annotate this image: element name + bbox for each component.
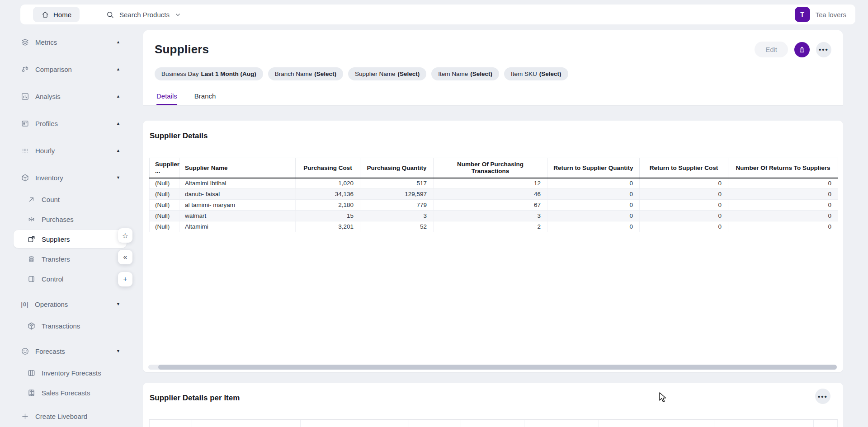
scale-icon <box>21 65 29 74</box>
column-header[interactable]: Purchasing Cost <box>296 158 360 178</box>
supplier-details-per-item-table-header <box>149 419 838 427</box>
table-cell: 2,180 <box>296 200 360 211</box>
expand-arrow-icon[interactable]: ▼ <box>116 349 120 353</box>
sidebar-item-sales-forecasts[interactable]: Sales Forecasts <box>14 384 127 402</box>
sidebar-item-transactions[interactable]: Transactions <box>14 317 127 335</box>
home-button[interactable]: Home <box>33 7 80 22</box>
filter-chip-value: (Select) <box>539 70 561 77</box>
sidebar-item-operations[interactable]: |0|Operations▼ <box>14 295 127 313</box>
table-cell: 3,201 <box>296 221 360 232</box>
filter-chip-label: Business Day <box>161 70 199 77</box>
favorite-button[interactable]: ☆ <box>118 228 132 243</box>
sidebar-item-create-liveboard[interactable]: Create Liveboard <box>14 407 127 425</box>
sidebar-item-profiles[interactable]: Profiles▲ <box>14 114 127 132</box>
table-cell: 3 <box>360 211 434 221</box>
table-row[interactable]: (Null)walmart1533000 <box>150 211 838 221</box>
filter-chip-label: Item Name <box>438 70 468 77</box>
sidebar-item-control[interactable]: Control <box>14 270 127 288</box>
tab-details[interactable]: Details <box>156 92 177 105</box>
expand-arrow-icon[interactable]: ▼ <box>116 175 120 180</box>
id-card-icon <box>21 119 29 128</box>
add-button[interactable]: + <box>118 272 132 286</box>
tile-more-button[interactable]: ••• <box>815 389 830 404</box>
merge-icon <box>27 215 36 224</box>
table-cell: (Null) <box>150 200 179 211</box>
tab-branch[interactable]: Branch <box>194 92 216 105</box>
table-cell: 1,020 <box>296 178 360 189</box>
sidebar-item-label: Create Liveboard <box>35 413 87 420</box>
search-products-control[interactable]: Search Products <box>106 10 181 19</box>
sidebar-item-transfers[interactable]: Transfers <box>14 250 127 268</box>
filter-chip-label: Supplier Name <box>355 70 395 77</box>
sidebar-item-count[interactable]: Count <box>14 190 127 208</box>
sidebar: Metrics▲Comparison▲Analysis▲Profiles▲Hou… <box>14 30 134 427</box>
column-header[interactable]: Return to Supplier Cost <box>640 158 728 178</box>
sidebar-item-metrics[interactable]: Metrics▲ <box>14 33 127 51</box>
sidebar-item-label: Forecasts <box>35 347 65 355</box>
header-divider <box>143 105 843 106</box>
collapse-arrow-icon[interactable]: ▲ <box>116 121 120 126</box>
sidebar-item-label: Purchases <box>42 216 74 223</box>
collapse-arrow-icon[interactable]: ▲ <box>116 67 120 71</box>
share-button[interactable] <box>794 42 810 57</box>
filter-chip-item-name[interactable]: Item Name(Select) <box>431 67 499 80</box>
column-header[interactable]: Return to Supplier Quantity <box>547 158 640 178</box>
supplier-details-per-item-title: Supplier Details per Item <box>150 394 240 403</box>
sidebar-item-hourly[interactable]: Hourly▲ <box>14 141 127 160</box>
column-header-cell <box>599 420 714 427</box>
sidebar-item-purchases[interactable]: Purchases <box>14 210 127 228</box>
filter-chip-value: (Select) <box>397 70 420 77</box>
sidebar-item-suppliers[interactable]: Suppliers <box>14 230 127 248</box>
column-header[interactable]: Number Of Purchasing Transactions <box>434 158 547 178</box>
table-cell: (Null) <box>150 189 179 200</box>
collapse-sidebar-button[interactable]: « <box>118 250 132 264</box>
collapse-arrow-icon[interactable]: ▲ <box>116 40 120 44</box>
page-title: Suppliers <box>155 42 209 56</box>
table-row[interactable]: (Null)Altamimi Ibtihal1,02051712000 <box>150 178 838 189</box>
sidebar-item-label: Count <box>42 196 60 203</box>
sidebar-item-inventory[interactable]: Inventory▼ <box>14 169 127 187</box>
collapse-arrow-icon[interactable]: ▲ <box>116 94 120 99</box>
table-cell: Altamimi <box>179 221 296 232</box>
table-cell: 0 <box>640 200 728 211</box>
table-cell: 3 <box>434 211 547 221</box>
plus-icon <box>21 412 29 421</box>
expand-arrow-icon[interactable]: ▼ <box>116 302 120 306</box>
sidebar-item-label: Operations <box>35 300 68 308</box>
filter-chip-business-day[interactable]: Business DayLast 1 Month (Aug) <box>155 67 263 80</box>
filter-chip-value: (Select) <box>470 70 492 77</box>
horizontal-scrollbar-thumb[interactable] <box>158 365 837 370</box>
smiley-icon <box>21 347 29 356</box>
table-cell: 0 <box>547 189 640 200</box>
filter-chip-item-sku[interactable]: Item SKU(Select) <box>504 67 568 80</box>
column-header[interactable]: Purchasing Quantity <box>360 158 434 178</box>
edit-button[interactable]: Edit <box>755 42 788 57</box>
table-cell: 34,136 <box>296 189 360 200</box>
filter-chip-branch-name[interactable]: Branch Name(Select) <box>268 67 343 80</box>
table-row[interactable]: (Null)al tamimi- maryam2,18077967000 <box>150 200 838 211</box>
filter-chip-supplier-name[interactable]: Supplier Name(Select) <box>348 67 426 80</box>
sidebar-item-analysis[interactable]: Analysis▲ <box>14 87 127 105</box>
bar-chart-icon <box>21 92 29 101</box>
table-cell: Altamimi Ibtihal <box>179 178 296 189</box>
table-row[interactable]: (Null)danub- faisal34,136129,59746000 <box>150 189 838 200</box>
filter-chip-label: Item SKU <box>511 70 537 77</box>
avatar[interactable]: T <box>795 7 810 22</box>
sidebar-item-label: Sales Forecasts <box>42 389 90 397</box>
table-cell: 67 <box>434 200 547 211</box>
column-header[interactable]: Supplier ... <box>150 158 179 178</box>
collapse-arrow-icon[interactable]: ▲ <box>116 148 120 153</box>
sidebar-item-forecasts[interactable]: Forecasts▼ <box>14 342 127 360</box>
column-header[interactable]: Number Of Returns To Suppliers <box>728 158 838 178</box>
horizontal-scrollbar[interactable] <box>148 365 837 370</box>
sidebar-item-comparison[interactable]: Comparison▲ <box>14 60 127 78</box>
column-header[interactable]: Supplier Name <box>179 158 296 178</box>
liveboard-more-button[interactable]: ••• <box>816 42 831 57</box>
sidebar-item-inventory-forecasts[interactable]: Inventory Forecasts <box>14 364 127 382</box>
table-cell: 15 <box>296 211 360 221</box>
panel-icon <box>27 275 36 283</box>
home-label: Home <box>53 11 71 19</box>
table-row[interactable]: (Null)Altamimi3,201522000 <box>150 221 838 232</box>
table-cell: 0 <box>728 211 838 221</box>
sidebar-item-label: Comparison <box>35 66 72 73</box>
